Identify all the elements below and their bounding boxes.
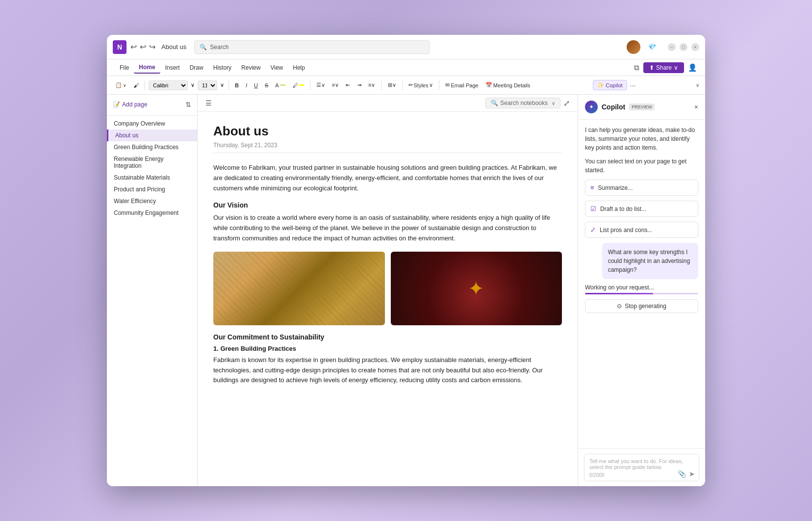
gem-icon[interactable]: 💎 [645, 42, 659, 52]
expand-page-icon[interactable]: ⤢ [563, 99, 570, 108]
app-window: N ↩ ↩ ↪ About us 🔍 Search 💎 − □ × File H… [107, 35, 705, 486]
clipboard-button[interactable]: 📋∨ [113, 80, 129, 90]
copilot-input-placeholder: Tell me what you want to do. For ideas, … [589, 458, 694, 470]
share-chevron-icon: ∨ [674, 64, 678, 71]
sidebar-item-community-engagement[interactable]: Community Engagement [107, 207, 197, 219]
content-area: ☰ 🔍 Search notebooks ∨ ⤢ About us Thursd… [198, 95, 578, 486]
commitment-heading: Our Commitment to Sustainability [213, 333, 562, 341]
working-text: Working on your request... [585, 284, 698, 291]
sidebar-collapse-icon[interactable]: ☰ [205, 99, 212, 107]
sidebar-item-product-pricing[interactable]: Product and Pricing [107, 183, 197, 195]
copilot-button[interactable]: ✨ Copilot [593, 80, 627, 90]
commitment-paragraph[interactable]: Fabrikam is known for its expertise in g… [213, 355, 562, 386]
history-icon[interactable]: ↩ [130, 42, 137, 52]
font-family-select[interactable]: Calibri [149, 80, 188, 90]
sidebar-item-green-building[interactable]: Green Building Practices [107, 141, 197, 153]
toolbar-separator-1 [145, 80, 145, 90]
menu-review[interactable]: Review [236, 62, 265, 73]
bold-button[interactable]: B [232, 81, 241, 90]
stop-generating-button[interactable]: ⊙ Stop generating [585, 299, 698, 313]
dome-structure-image [391, 252, 562, 325]
italic-button[interactable]: I [243, 81, 250, 90]
menu-file[interactable]: File [115, 62, 134, 73]
increase-indent-button[interactable]: ⇥ [355, 80, 364, 90]
summarize-icon: ≡ [590, 184, 594, 191]
font-size-select[interactable]: 11 [198, 80, 217, 90]
maximize-button[interactable]: □ [680, 43, 687, 51]
add-page-button[interactable]: 📝 Add page [113, 101, 147, 108]
strikethrough-button[interactable]: S [262, 81, 271, 90]
send-icon[interactable]: ➤ [689, 470, 695, 478]
image-dome[interactable] [391, 252, 562, 325]
toolbar-collapse-icon[interactable]: ∨ [696, 82, 699, 88]
main-area: 📝 Add page ⇅ Company Overview About us G… [107, 95, 705, 486]
close-button[interactable]: × [691, 43, 699, 51]
sidebar-item-sustainable-materials[interactable]: Sustainable Materials [107, 172, 197, 183]
window-title: About us [161, 43, 186, 51]
underline-button[interactable]: U [252, 81, 260, 90]
menu-view[interactable]: View [265, 62, 288, 73]
more-options-icon[interactable]: ··· [630, 81, 636, 89]
copilot-body: I can help you generate ideas, make to-d… [578, 120, 705, 448]
redo-icon[interactable]: ↪ [149, 42, 155, 52]
align-button[interactable]: ≡∨ [366, 80, 378, 90]
vision-paragraph[interactable]: Our vision is to create a world where ev… [213, 213, 562, 243]
menu-history[interactable]: History [208, 62, 236, 73]
content-toolbar: ☰ 🔍 Search notebooks ∨ ⤢ [198, 95, 578, 112]
copilot-input-box[interactable]: Tell me what you want to do. For ideas, … [584, 454, 699, 481]
share-icon: ⬆ [649, 64, 654, 71]
menu-help[interactable]: Help [288, 62, 310, 73]
share-button[interactable]: ⬆ Share ∨ [643, 62, 684, 73]
menu-insert[interactable]: Insert [160, 62, 185, 73]
intro-paragraph[interactable]: Welcome to Fabrikam, your trusted partne… [213, 163, 562, 193]
copilot-header-left: ✦ Copilot PREVIEW [585, 101, 655, 113]
copilot-input-area: Tell me what you want to do. For ideas, … [578, 448, 705, 486]
undo-icon[interactable]: ↩ [140, 42, 146, 52]
content-toolbar-right: 🔍 Search notebooks ∨ ⤢ [485, 98, 570, 108]
meeting-details-button[interactable]: 📅 Meeting Details [483, 80, 533, 90]
toolbar-separator-3 [310, 80, 310, 90]
search-notebooks-input[interactable]: 🔍 Search notebooks ∨ [485, 98, 560, 108]
styles-button[interactable]: ✏ Styles ∨ [406, 80, 436, 90]
insert-table-button[interactable]: ⊞∨ [385, 80, 399, 90]
email-page-button[interactable]: ✉ Email Page [443, 80, 481, 90]
sidebar-item-renewable-energy[interactable]: Renewable Energy Integration [107, 153, 197, 172]
dock-icon[interactable]: ⧉ [634, 63, 639, 72]
todo-button[interactable]: ☑ Draft a to do list... [585, 201, 698, 217]
menu-draw[interactable]: Draw [185, 62, 208, 73]
search-bar[interactable]: 🔍 Search [194, 40, 430, 54]
attach-icon[interactable]: 📎 [678, 470, 686, 478]
pros-cons-button[interactable]: ⤦ List pros and cons... [585, 222, 698, 238]
page-title: About us [213, 124, 562, 139]
minimize-button[interactable]: − [668, 43, 676, 51]
sidebar-item-company-overview[interactable]: Company Overview [107, 118, 197, 130]
font-color-button[interactable]: A [273, 81, 288, 90]
titlebar: N ↩ ↩ ↪ About us 🔍 Search 💎 − □ × [107, 35, 705, 59]
copilot-input-actions: 📎 ➤ [678, 470, 695, 478]
todo-icon: ☑ [590, 205, 596, 212]
copilot-logo: ✦ [585, 101, 598, 113]
people-icon[interactable]: 👤 [688, 63, 697, 72]
copilot-preview-badge: PREVIEW [629, 104, 655, 110]
page-date: Thursday, Sept 21, 2023 [213, 142, 562, 153]
format-painter-button[interactable]: 🖌 [131, 81, 141, 90]
summarize-label: Summarize... [598, 184, 633, 191]
stop-icon: ⊙ [617, 303, 622, 310]
menu-home[interactable]: Home [134, 62, 160, 74]
sort-icon[interactable]: ⇅ [185, 101, 191, 108]
summarize-button[interactable]: ≡ Summarize... [585, 180, 698, 196]
toolbar-separator-4 [381, 80, 382, 90]
decrease-indent-button[interactable]: ⇤ [343, 80, 353, 90]
sidebar-item-water-efficiency[interactable]: Water Efficiency [107, 195, 197, 207]
highlight-button[interactable]: 🖊 [290, 81, 306, 90]
copilot-char-count: 0/2000 [589, 472, 605, 478]
avatar[interactable] [627, 40, 640, 54]
search-text: Search [210, 44, 228, 51]
numbered-list-button[interactable]: ≡∨ [330, 80, 341, 90]
image-wood[interactable] [213, 252, 385, 325]
bullet-list-button[interactable]: ☰∨ [314, 80, 328, 90]
sidebar-item-about-us[interactable]: About us [107, 130, 197, 141]
user-message: What are some key strengths I could high… [602, 243, 698, 279]
titlebar-right: 💎 − □ × [627, 40, 699, 54]
copilot-close-button[interactable]: × [694, 103, 698, 111]
